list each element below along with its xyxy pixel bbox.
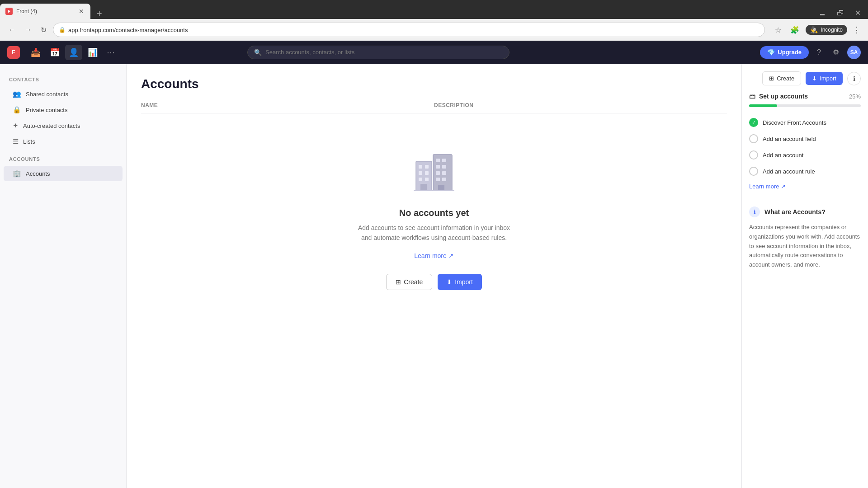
info-icon: ℹ (749, 206, 760, 217)
calendar-icon-button[interactable]: 📅 (46, 45, 63, 60)
tab-bar: F Front (4) ✕ + 🗕 🗗 ✕ (0, 0, 868, 19)
url-text: app.frontapp.com/contacts-manager/accoun… (68, 27, 759, 33)
tab-title: Front (4) (16, 8, 74, 14)
refresh-button[interactable]: ↻ (38, 24, 49, 36)
sidebar-item-accounts[interactable]: 🏢 Accounts (4, 166, 123, 181)
main-layout: Contacts 👥 Shared contacts 🔒 Private con… (0, 64, 868, 488)
inbox-icon-button[interactable]: 📥 (27, 45, 44, 60)
sidebar-item-label: Lists (23, 138, 35, 145)
learn-more-link[interactable]: Learn more ↗ (414, 252, 454, 259)
setup-item-add-field[interactable]: Add an account field (749, 131, 861, 147)
external-link-icon: ↗ (781, 183, 786, 190)
col-desc: Description (434, 102, 727, 108)
svg-rect-17 (438, 185, 444, 191)
svg-rect-6 (425, 178, 429, 181)
close-window-button[interactable]: ✕ (851, 7, 864, 19)
contacts-section-label: Contacts (0, 77, 126, 86)
panel-create-label: Create (777, 75, 794, 82)
col-name: Name (141, 102, 434, 108)
radio-icon (749, 167, 758, 176)
gem-icon: 💎 (767, 49, 775, 56)
app-topbar: F 📥 📅 👤 📊 ⋯ 🔍 💎 Upgrade ? ⚙ SA (0, 41, 868, 64)
help-button[interactable]: ? (813, 46, 825, 59)
upgrade-button[interactable]: 💎 Upgrade (760, 46, 809, 59)
close-tab-button[interactable]: ✕ (78, 7, 85, 16)
sidebar-item-auto-contacts[interactable]: ✦ Auto-created contacts (4, 118, 123, 133)
sidebar-item-shared-contacts[interactable]: 👥 Shared contacts (4, 86, 123, 102)
setup-item-add-rule[interactable]: Add an account rule (749, 163, 861, 179)
search-icon: 🔍 (254, 49, 262, 56)
contacts-icon-button[interactable]: 👤 (65, 45, 82, 60)
progress-fill (749, 104, 777, 107)
new-tab-button[interactable]: + (92, 9, 107, 19)
what-desc: Accounts represent the companies or orga… (749, 223, 861, 270)
sidebar-item-lists[interactable]: ☰ Lists (4, 134, 123, 149)
import-label: Import (455, 278, 473, 286)
learn-more-label: Learn more (414, 252, 447, 259)
import-button[interactable]: ⬇ Import (438, 274, 482, 290)
panel-create-button[interactable]: ⊞ Create (762, 71, 801, 85)
avatar[interactable]: SA (847, 46, 861, 59)
setup-icon: 🗃 (749, 93, 755, 100)
empty-building-icon (411, 148, 457, 199)
empty-title: No accounts yet (399, 208, 469, 218)
external-link-icon: ↗ (448, 252, 454, 259)
svg-rect-16 (442, 178, 446, 181)
svg-rect-7 (420, 184, 427, 191)
restore-button[interactable]: 🗗 (833, 7, 848, 19)
active-tab[interactable]: F Front (4) ✕ (0, 4, 90, 19)
incognito-label: Incognito (821, 27, 843, 33)
create-button[interactable]: ⊞ Create (386, 274, 432, 290)
empty-state: No accounts yet Add accounts to see acco… (141, 121, 727, 308)
browser-window: F Front (4) ✕ + 🗕 🗗 ✕ ← → ↻ 🔒 app.fronta… (0, 0, 868, 488)
browser-actions: ☆ 🧩 🕵 Incognito ⋮ (772, 23, 863, 37)
incognito-badge: 🕵 Incognito (806, 25, 847, 35)
accounts-section-label: Accounts (0, 156, 126, 165)
more-icon-button[interactable]: ⋯ (103, 45, 118, 60)
svg-rect-3 (419, 171, 422, 175)
extensions-button[interactable]: 🧩 (788, 24, 802, 36)
setup-item-label: Add an account field (763, 136, 816, 142)
sidebar-item-private-contacts[interactable]: 🔒 Private contacts (4, 102, 123, 117)
setup-item-label: Add an account (763, 152, 803, 159)
radio-icon (749, 134, 758, 143)
setup-header: 🗃 Set up accounts 25% (749, 93, 861, 100)
lists-icon: ☰ (13, 137, 19, 145)
what-header: ℹ What are Accounts? (749, 206, 861, 217)
svg-rect-4 (425, 171, 429, 175)
progress-bar (749, 104, 861, 107)
sidebar-item-label: Private contacts (26, 107, 68, 113)
minimize-button[interactable]: 🗕 (815, 7, 830, 19)
setup-item-add-account[interactable]: Add an account (749, 147, 861, 163)
search-input[interactable] (265, 49, 503, 56)
accounts-icon: 🏢 (13, 169, 21, 178)
check-icon: ✓ (749, 118, 758, 127)
svg-rect-18 (414, 190, 454, 191)
empty-actions: ⊞ Create ⬇ Import (386, 274, 482, 290)
svg-rect-10 (442, 159, 446, 162)
address-bar[interactable]: 🔒 app.frontapp.com/contacts-manager/acco… (53, 23, 765, 37)
svg-rect-2 (425, 165, 429, 169)
bookmark-button[interactable]: ☆ (772, 24, 784, 36)
what-are-accounts-section: ℹ What are Accounts? Accounts represent … (742, 199, 868, 277)
upgrade-label: Upgrade (778, 49, 802, 56)
back-button[interactable]: ← (5, 24, 18, 36)
panel-import-icon: ⬇ (812, 75, 817, 82)
right-panel: ⊞ Create ⬇ Import ℹ 🗃 S (741, 64, 868, 488)
address-bar-row: ← → ↻ 🔒 app.frontapp.com/contacts-manage… (0, 19, 868, 41)
panel-info-button[interactable]: ℹ (847, 72, 861, 85)
forward-button[interactable]: → (22, 24, 34, 36)
setup-learn-more-link[interactable]: Learn more ↗ (749, 181, 861, 192)
setup-item-label: Discover Front Accounts (763, 119, 826, 126)
svg-rect-14 (442, 171, 446, 175)
svg-rect-11 (436, 165, 440, 169)
sidebar-item-label: Shared contacts (26, 91, 68, 98)
analytics-icon-button[interactable]: 📊 (84, 45, 101, 60)
settings-button[interactable]: ⚙ (829, 45, 843, 59)
panel-import-button[interactable]: ⬇ Import (806, 72, 843, 85)
incognito-icon: 🕵 (810, 26, 818, 33)
svg-rect-13 (436, 171, 440, 175)
browser-menu-button[interactable]: ⋮ (851, 23, 863, 37)
search-bar[interactable]: 🔍 (247, 46, 509, 59)
setup-title: 🗃 Set up accounts (749, 93, 808, 100)
